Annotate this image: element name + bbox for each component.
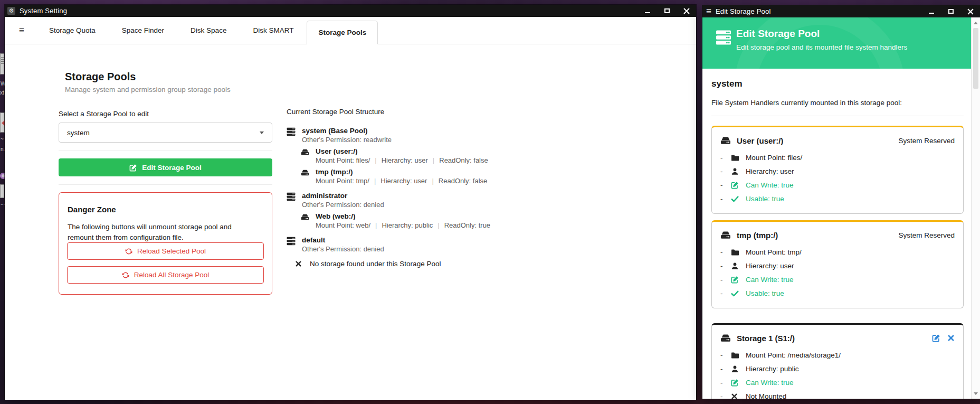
hdd-icon (301, 213, 309, 229)
pool-description: File System Handlers currently mounted i… (711, 99, 964, 107)
menu-icon[interactable]: ≡ (16, 25, 27, 36)
edit-pool-titlebar: ≡ Edit Storage Pool (702, 5, 980, 17)
hdd-icon (720, 135, 731, 146)
mount-hierarchy: Hierarchy: user (370, 156, 428, 164)
close-icon (683, 8, 690, 14)
handler-usable: Usable: true (720, 194, 955, 204)
maximize-button[interactable] (657, 5, 677, 17)
server-icon (287, 192, 296, 209)
tree-mount-web: Web (web:/) Mount Point: web/Hierarchy: … (301, 212, 614, 229)
pool-name: administrator (302, 192, 384, 200)
list-icon: ≡ (706, 6, 711, 17)
edit-storage-pool-label: Edit Storage Pool (142, 164, 202, 172)
hierarchy-text: Hierarchy: public (746, 365, 799, 373)
chevron-up-icon (974, 22, 978, 24)
system-reserved-badge: System Reserved (898, 137, 955, 145)
tree-empty-message: No storage found under this Storage Pool (295, 260, 614, 268)
can-write-text: Can Write: true (746, 379, 794, 387)
handler-usable: Usable: true (720, 288, 955, 298)
minimize-button[interactable] (638, 5, 657, 17)
edit-pool-content: system File System Handlers currently mo… (702, 69, 971, 399)
handler-name: tmp (tmp:/) (737, 231, 778, 240)
desktop-doc-icon (0, 184, 4, 198)
folder-icon (731, 351, 739, 360)
mount-name: tmp (tmp:/) (316, 168, 487, 176)
banner-subtitle: Edit storage pool and its mounted file s… (736, 43, 907, 51)
handler-not-mounted: Not Mounted (720, 391, 955, 399)
scroll-up-arrow[interactable] (972, 18, 980, 27)
tab-bar: ≡ Storage Quota Space Finder Disk Space … (5, 17, 696, 44)
system-setting-body: ≡ Storage Quota Space Finder Disk Space … (5, 17, 696, 400)
storage-pool-tree: system (Base Pool) Other's Permission: r… (287, 127, 614, 268)
scrollbar-thumb[interactable] (973, 28, 978, 89)
system-setting-window: ⚙ System Setting ≡ Storage Quota Space F… (5, 5, 696, 400)
divider (711, 116, 964, 116)
tab-storage-pools[interactable]: Storage Pools (307, 21, 378, 44)
tab-disk-space[interactable]: Disk Space (177, 26, 240, 34)
desktop-icon-label: xt (0, 90, 4, 96)
structure-label: Current Storage Pool Structure (287, 108, 614, 116)
scrollbar[interactable] (971, 17, 980, 399)
danger-zone-card: Danger Zone The following buttons will u… (59, 192, 272, 295)
scroll-down-arrow[interactable] (972, 389, 980, 398)
pool-permission: Other's Permission: denied (302, 245, 384, 253)
handler-card-tmp: tmp (tmp:/) System Reserved Mount Point:… (711, 220, 964, 308)
server-icon (287, 127, 296, 144)
refresh-icon (125, 248, 132, 255)
banner-title: Edit Storage Pool (736, 28, 820, 40)
window-title: Edit Storage Pool (716, 7, 771, 15)
tree-mount-tmp: tmp (tmp:/) Mount Point: tmp/Hierarchy: … (301, 168, 614, 185)
handler-card-storage1: Storage 1 (S1:/) Mount Point: /media/sto… (711, 323, 964, 399)
handler-mount-point: Mount Point: tmp/ (720, 247, 955, 257)
system-setting-titlebar: ⚙ System Setting (5, 5, 696, 17)
close-button[interactable] (960, 5, 980, 17)
can-write-text: Can Write: true (746, 276, 794, 284)
usable-text: Usable: true (746, 289, 784, 297)
close-icon (967, 8, 974, 15)
mount-point: Mount Point: web/ (316, 221, 370, 229)
desktop-media-icon (0, 112, 5, 133)
storage-pools-panel: Storage Pools Manage system and permissi… (5, 57, 696, 400)
page-title: Storage Pools (65, 71, 272, 83)
reload-selected-pool-button[interactable]: Reload Selected Pool (67, 242, 264, 260)
desktop-file-icon (0, 53, 4, 74)
server-stack-icon (716, 30, 731, 45)
tab-disk-smart[interactable]: Disk SMART (240, 26, 307, 34)
check-icon (731, 195, 739, 203)
maximize-icon (664, 8, 670, 13)
maximize-icon (948, 9, 954, 14)
tab-space-finder[interactable]: Space Finder (109, 26, 177, 34)
edit-handler-button[interactable] (932, 334, 940, 342)
edit-icon (731, 379, 739, 387)
pool-permission: Other's Permission: readwrite (302, 136, 392, 144)
pool-name: default (302, 236, 384, 244)
mount-point-text: Mount Point: files/ (746, 154, 802, 162)
server-icon (287, 237, 296, 253)
mount-hierarchy: Hierarchy: user (369, 177, 427, 185)
close-button[interactable] (677, 5, 696, 17)
minimize-button[interactable] (921, 5, 941, 17)
tree-pool-system: system (Base Pool) Other's Permission: r… (287, 127, 614, 144)
edit-storage-pool-button[interactable]: Edit Storage Pool (59, 158, 272, 176)
usable-text: Usable: true (746, 195, 784, 203)
mount-point-text: Mount Point: /media/storage1/ (746, 351, 841, 359)
danger-zone-text: The following buttons will unmount stora… (68, 222, 253, 242)
pool-name: system (Base Pool) (302, 127, 392, 135)
pool-select[interactable]: system (59, 123, 272, 143)
remove-handler-button[interactable] (947, 334, 955, 342)
mount-point: Mount Point: tmp/ (316, 177, 369, 185)
empty-message-text: No storage found under this Storage Pool (310, 260, 441, 268)
hierarchy-text: Hierarchy: user (746, 262, 794, 270)
system-reserved-badge: System Reserved (898, 231, 955, 239)
mount-name: User (user:/) (316, 147, 488, 155)
danger-zone-title: Danger Zone (68, 205, 264, 214)
edit-icon (731, 276, 739, 284)
mount-readonly: ReadOnly: true (433, 221, 490, 229)
maximize-button[interactable] (941, 5, 960, 17)
divider (59, 184, 272, 185)
divider (59, 151, 272, 151)
reload-all-pool-button[interactable]: Reload All Storage Pool (67, 266, 264, 284)
tab-storage-quota[interactable]: Storage Quota (36, 26, 109, 34)
not-mounted-text: Not Mounted (746, 392, 786, 399)
hdd-icon (301, 168, 309, 185)
